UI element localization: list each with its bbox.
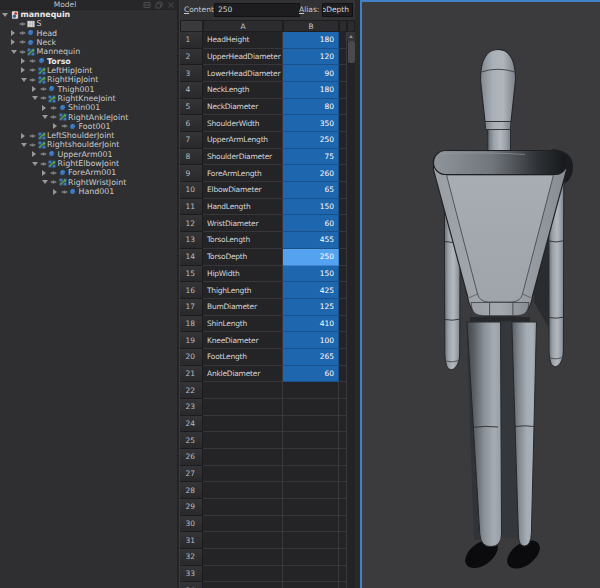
cell-B11[interactable]: 150 bbox=[283, 199, 339, 216]
tree-item-RightElbowJoint[interactable]: RightElbowJoint bbox=[0, 159, 177, 168]
visibility-eye-icon[interactable] bbox=[50, 114, 57, 120]
float-icon[interactable] bbox=[155, 1, 163, 9]
cell-A29[interactable] bbox=[203, 499, 283, 516]
row-header-30[interactable]: 30 bbox=[180, 516, 203, 533]
row-header-33[interactable]: 33 bbox=[180, 566, 203, 583]
expander-open-icon[interactable] bbox=[42, 180, 48, 184]
visibility-eye-icon[interactable] bbox=[19, 49, 26, 55]
visibility-eye-icon[interactable] bbox=[29, 58, 36, 64]
cell-B1[interactable]: 180 bbox=[283, 32, 339, 49]
cell-A25[interactable] bbox=[203, 432, 283, 449]
row-header-15[interactable]: 15 bbox=[180, 266, 203, 283]
cell-C12[interactable] bbox=[339, 215, 347, 232]
cell-C1[interactable] bbox=[339, 32, 347, 49]
row-header-23[interactable]: 23 bbox=[180, 399, 203, 416]
cell-A8[interactable]: ShoulderDiameter bbox=[203, 149, 283, 166]
row-header-34[interactable]: 34 bbox=[180, 582, 203, 588]
visibility-eye-icon[interactable] bbox=[19, 21, 26, 27]
cell-A32[interactable] bbox=[203, 549, 283, 566]
tree-item-RightWristJoint[interactable]: RightWristJoint bbox=[0, 178, 177, 187]
cell-C33[interactable] bbox=[339, 566, 347, 583]
expander-closed-icon[interactable] bbox=[53, 189, 57, 195]
cell-A21[interactable]: AnkleDiameter bbox=[203, 366, 283, 383]
row-header-28[interactable]: 28 bbox=[180, 482, 203, 499]
cell-A15[interactable]: HipWidth bbox=[203, 266, 283, 283]
cell-C13[interactable] bbox=[339, 232, 347, 249]
tree-item-Torso[interactable]: Torso bbox=[0, 57, 177, 66]
cell-C26[interactable] bbox=[339, 449, 347, 466]
tree-item-S[interactable]: S bbox=[0, 19, 177, 28]
cell-A10[interactable]: ElbowDiameter bbox=[203, 182, 283, 199]
scrollbar-up-arrow[interactable] bbox=[347, 32, 355, 41]
cell-C21[interactable] bbox=[339, 366, 347, 383]
row-header-5[interactable]: 5 bbox=[180, 99, 203, 116]
expander-open-icon[interactable] bbox=[21, 78, 27, 82]
alias-input[interactable]: TorsoDepth bbox=[322, 3, 353, 17]
cell-B5[interactable]: 80 bbox=[283, 99, 339, 116]
tree-item-Neck[interactable]: Neck bbox=[0, 38, 177, 47]
row-header-22[interactable]: 22 bbox=[180, 382, 203, 399]
row-header-11[interactable]: 11 bbox=[180, 199, 203, 216]
cell-A1[interactable]: HeadHeight bbox=[203, 32, 283, 49]
cell-C17[interactable] bbox=[339, 299, 347, 316]
cell-B20[interactable]: 265 bbox=[283, 349, 339, 366]
vertical-scrollbar[interactable] bbox=[347, 20, 355, 588]
cell-B14[interactable]: 250 bbox=[283, 249, 339, 266]
row-header-14[interactable]: 14 bbox=[180, 249, 203, 266]
visibility-eye-icon[interactable] bbox=[40, 151, 47, 157]
cell-C11[interactable] bbox=[339, 199, 347, 216]
cell-A26[interactable] bbox=[203, 449, 283, 466]
cell-A4[interactable]: NeckLength bbox=[203, 82, 283, 99]
cell-B17[interactable]: 125 bbox=[283, 299, 339, 316]
row-header-21[interactable]: 21 bbox=[180, 366, 203, 383]
visibility-eye-icon[interactable] bbox=[19, 39, 26, 45]
cell-B33[interactable] bbox=[283, 566, 339, 583]
expander-open-icon[interactable] bbox=[32, 96, 38, 100]
visibility-eye-icon[interactable] bbox=[40, 161, 47, 167]
row-header-17[interactable]: 17 bbox=[180, 299, 203, 316]
visibility-eye-icon[interactable] bbox=[29, 142, 36, 148]
cell-A17[interactable]: BumDiameter bbox=[203, 299, 283, 316]
cell-C9[interactable] bbox=[339, 165, 347, 182]
cell-C15[interactable] bbox=[339, 266, 347, 283]
cell-C34[interactable] bbox=[339, 582, 347, 588]
tree-item-Foot001[interactable]: Foot001 bbox=[0, 122, 177, 131]
cell-A19[interactable]: KneeDiameter bbox=[203, 332, 283, 349]
row-header-8[interactable]: 8 bbox=[180, 149, 203, 166]
expander-closed-icon[interactable] bbox=[42, 105, 46, 111]
cell-A20[interactable]: FootLength bbox=[203, 349, 283, 366]
visibility-eye-icon[interactable] bbox=[19, 30, 26, 36]
expander-closed-icon[interactable] bbox=[21, 58, 25, 64]
row-header-27[interactable]: 27 bbox=[180, 466, 203, 483]
expander-closed-icon[interactable] bbox=[21, 67, 25, 73]
close-icon[interactable] bbox=[167, 1, 175, 9]
cell-C20[interactable] bbox=[339, 349, 347, 366]
cell-A13[interactable]: TorsoLength bbox=[203, 232, 283, 249]
expander-closed-icon[interactable] bbox=[32, 151, 36, 157]
cell-B3[interactable]: 90 bbox=[283, 65, 339, 82]
visibility-eye-icon[interactable] bbox=[50, 170, 57, 176]
row-header-18[interactable]: 18 bbox=[180, 316, 203, 333]
cell-B32[interactable] bbox=[283, 549, 339, 566]
tree-item-RightshoulderJoint[interactable]: RightshoulderJoint bbox=[0, 140, 177, 149]
visibility-eye-icon[interactable] bbox=[29, 133, 36, 139]
expander-closed-icon[interactable] bbox=[21, 133, 25, 139]
restore-icon[interactable] bbox=[143, 1, 151, 9]
expander-closed-icon[interactable] bbox=[32, 86, 36, 92]
cell-B21[interactable]: 60 bbox=[283, 366, 339, 383]
cell-C29[interactable] bbox=[339, 499, 347, 516]
cell-A6[interactable]: ShoulderWidth bbox=[203, 115, 283, 132]
cell-B9[interactable]: 260 bbox=[283, 165, 339, 182]
cell-B7[interactable]: 250 bbox=[283, 132, 339, 149]
cell-C14[interactable] bbox=[339, 249, 347, 266]
cell-C16[interactable] bbox=[339, 282, 347, 299]
cell-A16[interactable]: ThighLength bbox=[203, 282, 283, 299]
cell-B24[interactable] bbox=[283, 416, 339, 433]
row-header-31[interactable]: 31 bbox=[180, 532, 203, 549]
cell-C4[interactable] bbox=[339, 82, 347, 99]
cell-C6[interactable] bbox=[339, 115, 347, 132]
tree-item-mannequin[interactable]: mannequin bbox=[0, 10, 177, 19]
cell-B29[interactable] bbox=[283, 499, 339, 516]
column-header-b[interactable]: B bbox=[283, 20, 339, 32]
tree-item-UpperArm001[interactable]: UpperArm001 bbox=[0, 150, 177, 159]
